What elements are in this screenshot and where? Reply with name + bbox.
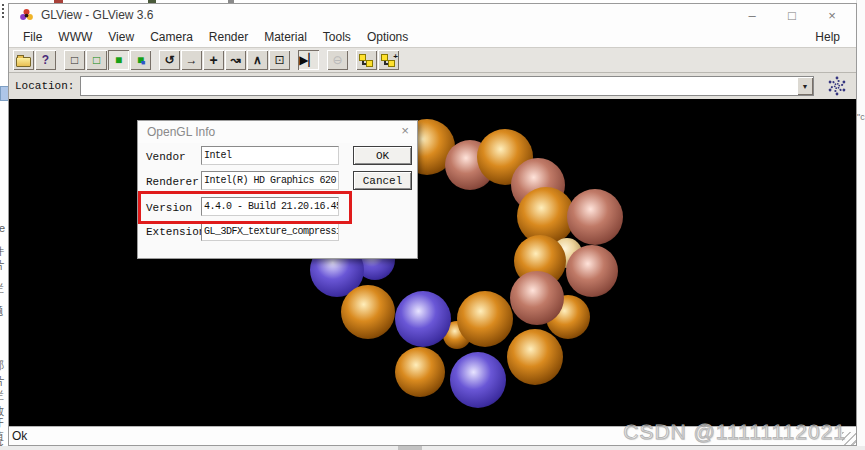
app-logo-icon (19, 8, 34, 23)
keyframe-button[interactable] (356, 50, 377, 70)
examine-box-icon: ⊡ (274, 54, 284, 66)
fly-icon: ∧ (253, 54, 262, 66)
keyframe-icon (359, 54, 374, 67)
background-dots (2, 4, 4, 18)
background-text-fragment: 片 (0, 376, 8, 387)
title-bar: GLView - GLView 3.6 – □ × (9, 4, 856, 26)
background-text-fragment: 郊 (0, 360, 8, 371)
background-text-fragment: 8 (0, 110, 8, 121)
version-field[interactable]: 4.4.0 - Build 21.20.16.458 (201, 197, 339, 216)
vendor-field[interactable]: Intel (201, 146, 339, 165)
move-button[interactable]: + (203, 50, 224, 70)
ok-button[interactable]: OK (353, 146, 412, 165)
location-input[interactable] (81, 77, 797, 95)
molecule-sphere-salmon (510, 271, 564, 325)
screen-root: { "window": { "title": "GLView - GLView … (0, 0, 865, 450)
status-text: Ok (12, 429, 27, 443)
background-text-fragment: 片 (0, 260, 8, 271)
menu-item-render[interactable]: Render (201, 28, 256, 46)
location-label: Location: (15, 80, 74, 92)
menu-bar: FileWWWViewCameraRenderMaterialToolsOpti… (9, 26, 856, 47)
stop-button: ⊖ (327, 50, 348, 70)
molecule-sphere-salmon (566, 245, 618, 297)
toolbar: ?□□■■■↺→+↝∧⊡▶▏⊖+ (9, 47, 856, 72)
spin-button[interactable]: ↺ (159, 50, 180, 70)
renderer-field[interactable]: Intel(R) HD Graphics 620 (201, 171, 339, 190)
background-page-right-strip: "c (856, 0, 865, 450)
stop-icon: ⊖ (332, 54, 342, 66)
background-text-fragment: "c (857, 112, 865, 122)
rotate-icon: ↺ (164, 54, 174, 66)
maximize-button[interactable]: □ (772, 5, 812, 25)
arrow-right-icon: → (186, 54, 198, 66)
wireframe-cube-button[interactable]: □ (64, 50, 85, 70)
resize-grip[interactable] (842, 432, 856, 445)
background-text-fragment: it (0, 346, 8, 357)
solid-cube-button[interactable]: ■ (108, 50, 129, 70)
seek-arrow-icon: ↝ (230, 54, 240, 66)
background-text-fragment: 栏 (0, 283, 8, 294)
open-folder-icon (16, 57, 31, 67)
spinner-logo-icon (822, 74, 852, 98)
dialog-close-icon[interactable]: × (401, 124, 409, 139)
molecule-sphere-blue (450, 352, 506, 408)
molecule-sphere-orange (341, 285, 395, 339)
background-text-fragment: 牙 (0, 418, 8, 429)
hidden-line-cube-button[interactable]: □ (86, 50, 107, 70)
extensions-field[interactable]: GL_3DFX_texture_compressio (201, 222, 339, 241)
background-scroll-fragment (0, 86, 8, 101)
background-text-fragment: 件 (0, 246, 8, 257)
glview-window: GLView - GLView 3.6 – □ × FileWWWViewCam… (8, 3, 857, 446)
examine-button[interactable]: ⊡ (269, 50, 290, 70)
move-cross-icon: + (209, 53, 217, 67)
menu-item-www[interactable]: WWW (50, 28, 100, 46)
fly-button[interactable]: ∧ (247, 50, 268, 70)
menu-item-material[interactable]: Material (256, 28, 315, 46)
menu-item-view[interactable]: View (100, 28, 142, 46)
solid-cube-icon: ■ (115, 54, 122, 66)
menu-item-camera[interactable]: Camera (142, 28, 201, 46)
question-icon: ? (42, 54, 49, 66)
viewport-3d[interactable]: OpenGL Info × Vendor Intel Renderer Inte… (9, 99, 856, 426)
textured-cube-button[interactable]: ■■ (130, 50, 151, 70)
keyframe-move-icon: + (381, 54, 396, 67)
background-text-fragment: o (0, 328, 8, 339)
background-text-fragment: 栏 (0, 390, 8, 401)
molecule-sphere-orange (395, 347, 445, 397)
play-button[interactable]: ▶▏ (298, 50, 319, 70)
keyframe-move-button[interactable]: + (378, 50, 399, 70)
dialog-title: OpenGL Info (138, 121, 417, 143)
vendor-label: Vendor (146, 151, 186, 163)
molecule-sphere-orange (507, 329, 563, 385)
molecule-sphere-salmon (567, 189, 623, 245)
background-text-fragment: 题 (0, 306, 8, 317)
location-dropdown-button[interactable]: ▼ (797, 77, 813, 95)
seek-button[interactable]: ↝ (225, 50, 246, 70)
close-button[interactable]: × (812, 5, 852, 25)
open-file-button[interactable] (13, 50, 34, 70)
background-page-left-strip: 8ne件片栏题oit郊片栏数牙值批 (0, 0, 8, 450)
cancel-button[interactable]: Cancel (353, 171, 412, 190)
status-bar: Ok (9, 426, 856, 445)
menu-item-tools[interactable]: Tools (315, 28, 359, 46)
molecule-sphere-orange (457, 291, 513, 347)
menu-item-file[interactable]: File (15, 28, 50, 46)
minimize-button[interactable]: – (732, 5, 772, 25)
window-title: GLView - GLView 3.6 (41, 8, 154, 22)
location-bar: Location: ▼ (9, 72, 856, 99)
background-page-bottom-strip (0, 446, 865, 450)
background-scrollbar-thumb (398, 446, 422, 450)
menu-item-help[interactable]: Help (805, 28, 850, 46)
slide-button[interactable]: → (181, 50, 202, 70)
opengl-info-dialog: OpenGL Info × Vendor Intel Renderer Inte… (137, 120, 418, 259)
hidden-line-cube-icon: □ (93, 54, 100, 66)
background-text-fragment: 数 (0, 406, 8, 417)
play-icon: ▶▏ (299, 54, 317, 66)
renderer-label: Renderer (146, 176, 199, 188)
textured-cube-icon: ■■ (137, 54, 144, 66)
location-combo: ▼ (80, 76, 814, 96)
wireframe-cube-icon: □ (71, 54, 78, 66)
menu-item-options[interactable]: Options (359, 28, 416, 46)
context-help-button[interactable]: ? (35, 50, 56, 70)
molecule-sphere-blue (395, 291, 451, 347)
